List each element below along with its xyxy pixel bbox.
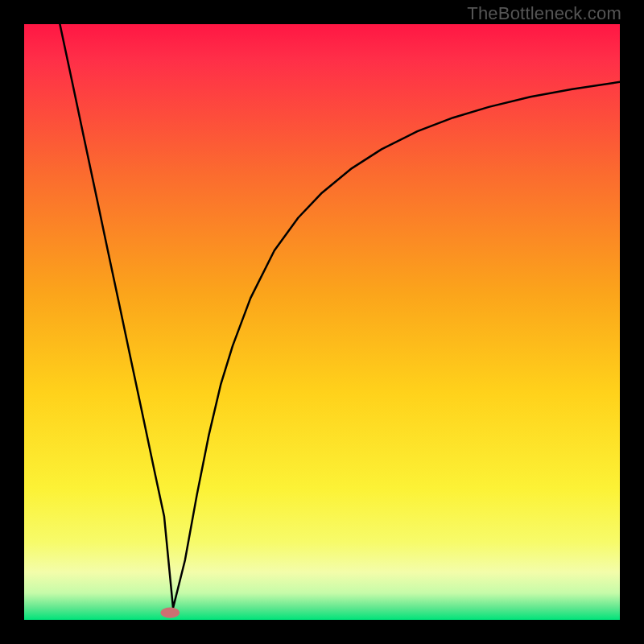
optimal-point-marker — [160, 607, 180, 617]
chart-background-gradient — [24, 24, 620, 620]
watermark-text: TheBottleneck.com — [467, 3, 621, 24]
chart-container: TheBottleneck.com — [0, 0, 644, 644]
plot-area — [24, 24, 620, 620]
chart-svg — [24, 24, 620, 620]
